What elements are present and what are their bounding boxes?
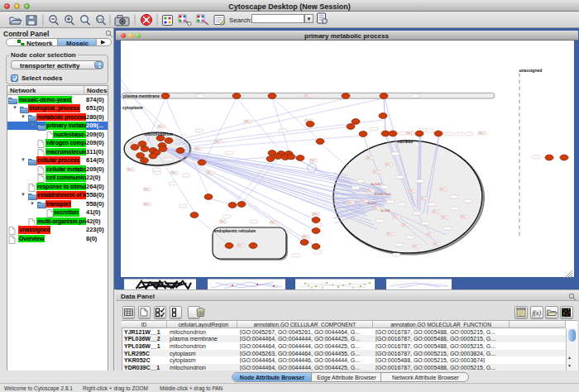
svg-text:[Go..]: [Go..] <box>303 235 309 238</box>
svg-text:[Go..]: [Go..] <box>409 189 414 193</box>
svg-text:[Go..]: [Go..] <box>373 170 379 174</box>
svg-text:Go:0344: Go:0344 <box>380 209 390 213</box>
svg-text:[Go..]: [Go..] <box>313 213 318 216</box>
svg-text:[Go..]: [Go..] <box>220 220 226 223</box>
svg-text:nucleus: nucleus <box>398 139 414 144</box>
svg-text:[Go..]: [Go..] <box>127 168 133 171</box>
svg-text:[Go..]: [Go..] <box>171 171 177 174</box>
svg-text:[Go..]: [Go..] <box>347 201 353 204</box>
svg-text:[Go..]: [Go..] <box>433 242 439 246</box>
svg-text:[Go..]: [Go..] <box>442 216 447 219</box>
svg-text:[Go..]: [Go..] <box>413 245 419 248</box>
svg-text:[Go..]: [Go..] <box>144 188 150 191</box>
svg-text:[Go..]: [Go..] <box>433 210 438 213</box>
svg-text:[Go..]: [Go..] <box>158 125 164 128</box>
svg-text:[Go..]: [Go..] <box>237 244 243 247</box>
svg-text:[Go..]: [Go..] <box>367 189 373 193</box>
svg-text:[Go..]: [Go..] <box>461 215 467 218</box>
svg-text:[Go..]: [Go..] <box>310 159 316 162</box>
svg-text:[Go..]: [Go..] <box>402 223 408 227</box>
svg-text:[Go..]: [Go..] <box>393 215 399 218</box>
svg-text:[Go..]: [Go..] <box>387 232 393 236</box>
svg-text:unassigned: unassigned <box>519 68 543 73</box>
svg-text:Go:0051: Go:0051 <box>367 202 377 205</box>
svg-text:[Go..]: [Go..] <box>479 131 485 135</box>
svg-text:[Go..]: [Go..] <box>270 221 276 224</box>
svg-text:Go:0168,Go:44: Go:0168,Go:44 <box>374 193 391 196</box>
svg-text:[Go..]: [Go..] <box>440 188 446 191</box>
svg-text:1:1: 1:1 <box>98 17 103 22</box>
svg-text:[Go..]: [Go..] <box>207 171 213 174</box>
svg-text:mitochondrion: mitochondrion <box>144 131 173 136</box>
svg-text:[Go..]: [Go..] <box>304 94 310 98</box>
svg-text:[Go..]: [Go..] <box>427 233 433 237</box>
svg-text:[Go..]: [Go..] <box>407 131 413 135</box>
svg-text:[Go..]: [Go..] <box>420 197 426 200</box>
svg-text:[Go..]: [Go..] <box>215 140 221 143</box>
svg-text:[Go..]: [Go..] <box>245 120 251 123</box>
svg-text:[Go..]: [Go..] <box>361 199 366 203</box>
svg-text:plasma membrane: plasma membrane <box>123 93 160 98</box>
svg-text:[Go..]: [Go..] <box>373 207 379 210</box>
svg-text:[Go..]: [Go..] <box>385 163 391 166</box>
svg-text:[Go..]: [Go..] <box>195 147 201 151</box>
svg-text:cytoplasm: cytoplasm <box>122 105 143 110</box>
svg-text:Go:00467: Go:00467 <box>371 183 382 186</box>
svg-text:endoplasmic reticulum: endoplasmic reticulum <box>214 229 256 233</box>
svg-text:f(x): f(x) <box>533 308 542 316</box>
svg-text:[Go..]: [Go..] <box>366 156 372 160</box>
svg-text:[Go..]: [Go..] <box>144 203 150 206</box>
